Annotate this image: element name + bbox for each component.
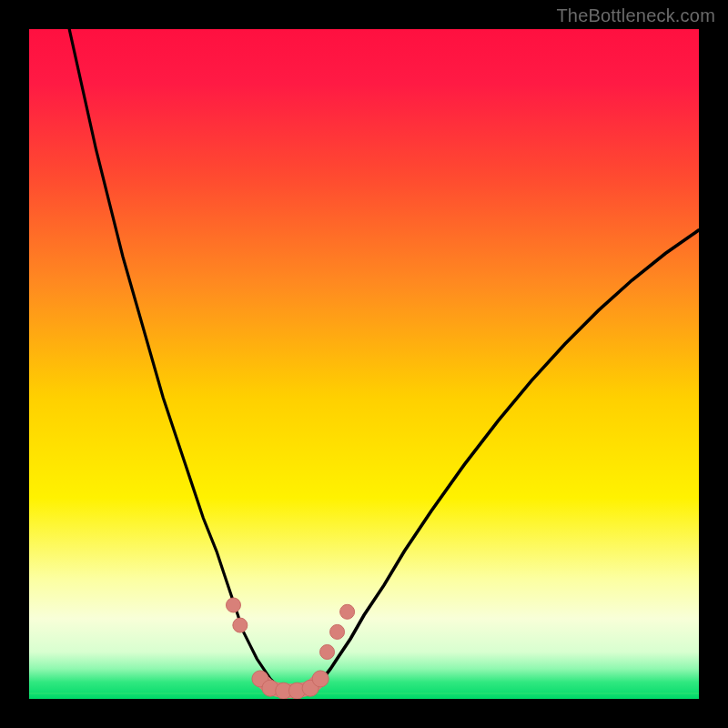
bottleneck-curves: [69, 29, 699, 691]
chart-frame: TheBottleneck.com: [0, 0, 728, 728]
watermark-text: TheBottleneck.com: [556, 5, 715, 26]
marker-valley-floor-10: [312, 671, 329, 687]
plot-area: [29, 29, 699, 699]
curve-right-branch: [310, 230, 699, 689]
curve-left-branch: [69, 29, 284, 689]
marker-left-branch-1: [233, 618, 248, 632]
marker-right-branch-2: [320, 644, 335, 659]
marker-right-branch-4: [340, 604, 355, 619]
chart-svg: [29, 29, 699, 699]
marker-right-branch-3: [330, 624, 345, 639]
marker-left-branch-0: [226, 598, 240, 612]
